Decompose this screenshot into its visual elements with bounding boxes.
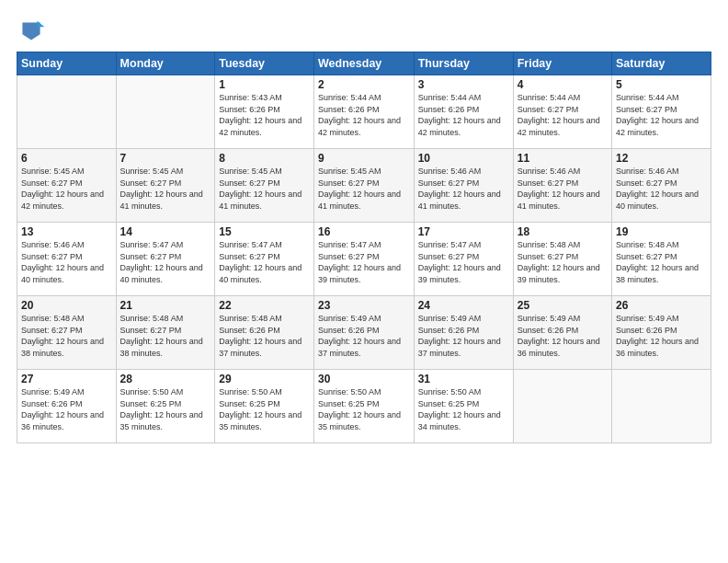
calendar-cell: 4Sunrise: 5:44 AM Sunset: 6:27 PM Daylig… — [513, 75, 611, 149]
day-number: 18 — [518, 225, 608, 238]
calendar-cell: 22Sunrise: 5:48 AM Sunset: 6:26 PM Dayli… — [215, 296, 314, 370]
calendar-cell — [116, 75, 215, 149]
day-info: Sunrise: 5:50 AM Sunset: 6:25 PM Dayligh… — [120, 386, 211, 432]
calendar-cell: 9Sunrise: 5:45 AM Sunset: 6:27 PM Daylig… — [314, 149, 415, 223]
day-info: Sunrise: 5:49 AM Sunset: 6:26 PM Dayligh… — [418, 313, 509, 359]
day-info: Sunrise: 5:45 AM Sunset: 6:27 PM Dayligh… — [219, 166, 310, 212]
calendar-cell: 30Sunrise: 5:50 AM Sunset: 6:25 PM Dayli… — [314, 370, 415, 443]
calendar-week-row: 20Sunrise: 5:48 AM Sunset: 6:27 PM Dayli… — [17, 296, 711, 370]
calendar-cell: 14Sunrise: 5:47 AM Sunset: 6:27 PM Dayli… — [116, 223, 215, 296]
day-number: 1 — [219, 78, 310, 91]
day-info: Sunrise: 5:45 AM Sunset: 6:27 PM Dayligh… — [21, 166, 112, 212]
day-number: 21 — [120, 299, 211, 312]
calendar-cell — [612, 370, 711, 443]
calendar-cell — [17, 75, 117, 149]
logo-icon — [17, 17, 46, 46]
col-header-wednesday: Wednesday — [314, 52, 415, 75]
calendar-cell — [513, 370, 611, 443]
calendar-week-row: 6Sunrise: 5:45 AM Sunset: 6:27 PM Daylig… — [17, 149, 711, 223]
day-info: Sunrise: 5:49 AM Sunset: 6:26 PM Dayligh… — [318, 313, 410, 359]
col-header-friday: Friday — [513, 52, 611, 75]
day-number: 7 — [120, 152, 211, 165]
calendar-header-row: SundayMondayTuesdayWednesdayThursdayFrid… — [17, 52, 711, 75]
day-number: 16 — [318, 225, 410, 238]
day-number: 31 — [418, 373, 509, 385]
calendar-table: SundayMondayTuesdayWednesdayThursdayFrid… — [17, 52, 711, 443]
col-header-monday: Monday — [116, 52, 215, 75]
calendar-cell: 6Sunrise: 5:45 AM Sunset: 6:27 PM Daylig… — [17, 149, 117, 223]
day-info: Sunrise: 5:50 AM Sunset: 6:25 PM Dayligh… — [418, 386, 509, 432]
col-header-tuesday: Tuesday — [215, 52, 314, 75]
calendar-cell: 20Sunrise: 5:48 AM Sunset: 6:27 PM Dayli… — [17, 296, 117, 370]
col-header-sunday: Sunday — [17, 52, 117, 75]
day-number: 12 — [616, 152, 707, 165]
day-number: 25 — [518, 299, 608, 312]
calendar-cell: 15Sunrise: 5:47 AM Sunset: 6:27 PM Dayli… — [215, 223, 314, 296]
calendar-cell: 2Sunrise: 5:44 AM Sunset: 6:26 PM Daylig… — [314, 75, 415, 149]
day-info: Sunrise: 5:49 AM Sunset: 6:26 PM Dayligh… — [616, 313, 707, 359]
day-number: 9 — [318, 152, 410, 165]
day-info: Sunrise: 5:48 AM Sunset: 6:27 PM Dayligh… — [518, 239, 608, 285]
day-number: 22 — [219, 299, 310, 312]
calendar-cell: 29Sunrise: 5:50 AM Sunset: 6:25 PM Dayli… — [215, 370, 314, 443]
day-number: 23 — [318, 299, 410, 312]
day-info: Sunrise: 5:47 AM Sunset: 6:27 PM Dayligh… — [418, 239, 509, 285]
day-info: Sunrise: 5:48 AM Sunset: 6:27 PM Dayligh… — [120, 313, 211, 359]
day-number: 28 — [120, 373, 211, 385]
day-number: 8 — [219, 152, 310, 165]
calendar-cell: 21Sunrise: 5:48 AM Sunset: 6:27 PM Dayli… — [116, 296, 215, 370]
calendar-cell: 13Sunrise: 5:46 AM Sunset: 6:27 PM Dayli… — [17, 223, 117, 296]
day-number: 2 — [318, 78, 410, 91]
calendar-cell: 19Sunrise: 5:48 AM Sunset: 6:27 PM Dayli… — [612, 223, 711, 296]
day-number: 6 — [21, 152, 112, 165]
day-number: 14 — [120, 225, 211, 238]
calendar-cell: 25Sunrise: 5:49 AM Sunset: 6:26 PM Dayli… — [513, 296, 611, 370]
calendar-cell: 3Sunrise: 5:44 AM Sunset: 6:26 PM Daylig… — [414, 75, 513, 149]
calendar-cell: 11Sunrise: 5:46 AM Sunset: 6:27 PM Dayli… — [513, 149, 611, 223]
calendar-cell: 24Sunrise: 5:49 AM Sunset: 6:26 PM Dayli… — [414, 296, 513, 370]
calendar-week-row: 1Sunrise: 5:43 AM Sunset: 6:26 PM Daylig… — [17, 75, 711, 149]
day-number: 4 — [518, 78, 608, 91]
day-number: 30 — [318, 373, 410, 385]
day-number: 26 — [616, 299, 707, 312]
calendar-cell: 18Sunrise: 5:48 AM Sunset: 6:27 PM Dayli… — [513, 223, 611, 296]
day-info: Sunrise: 5:48 AM Sunset: 6:26 PM Dayligh… — [219, 313, 310, 359]
calendar-cell: 28Sunrise: 5:50 AM Sunset: 6:25 PM Dayli… — [116, 370, 215, 443]
day-info: Sunrise: 5:43 AM Sunset: 6:26 PM Dayligh… — [219, 92, 310, 138]
day-info: Sunrise: 5:47 AM Sunset: 6:27 PM Dayligh… — [219, 239, 310, 285]
day-info: Sunrise: 5:44 AM Sunset: 6:26 PM Dayligh… — [318, 92, 410, 138]
calendar-cell: 1Sunrise: 5:43 AM Sunset: 6:26 PM Daylig… — [215, 75, 314, 149]
day-number: 29 — [219, 373, 310, 385]
calendar-cell: 23Sunrise: 5:49 AM Sunset: 6:26 PM Dayli… — [314, 296, 415, 370]
day-number: 15 — [219, 225, 310, 238]
day-number: 10 — [418, 152, 509, 165]
day-info: Sunrise: 5:50 AM Sunset: 6:25 PM Dayligh… — [219, 386, 310, 432]
day-info: Sunrise: 5:44 AM Sunset: 6:26 PM Dayligh… — [418, 92, 509, 138]
day-info: Sunrise: 5:49 AM Sunset: 6:26 PM Dayligh… — [518, 313, 608, 359]
calendar-cell: 26Sunrise: 5:49 AM Sunset: 6:26 PM Dayli… — [612, 296, 711, 370]
calendar-cell: 5Sunrise: 5:44 AM Sunset: 6:27 PM Daylig… — [612, 75, 711, 149]
col-header-thursday: Thursday — [414, 52, 513, 75]
day-info: Sunrise: 5:48 AM Sunset: 6:27 PM Dayligh… — [21, 313, 112, 359]
calendar-cell: 7Sunrise: 5:45 AM Sunset: 6:27 PM Daylig… — [116, 149, 215, 223]
day-info: Sunrise: 5:46 AM Sunset: 6:27 PM Dayligh… — [21, 239, 112, 285]
calendar-cell: 31Sunrise: 5:50 AM Sunset: 6:25 PM Dayli… — [414, 370, 513, 443]
day-number: 20 — [21, 299, 112, 312]
header — [17, 17, 711, 46]
calendar-cell: 27Sunrise: 5:49 AM Sunset: 6:26 PM Dayli… — [17, 370, 117, 443]
day-info: Sunrise: 5:45 AM Sunset: 6:27 PM Dayligh… — [318, 166, 410, 212]
col-header-saturday: Saturday — [612, 52, 711, 75]
calendar-week-row: 27Sunrise: 5:49 AM Sunset: 6:26 PM Dayli… — [17, 370, 711, 443]
page: SundayMondayTuesdayWednesdayThursdayFrid… — [0, 0, 728, 563]
day-info: Sunrise: 5:47 AM Sunset: 6:27 PM Dayligh… — [120, 239, 211, 285]
day-info: Sunrise: 5:46 AM Sunset: 6:27 PM Dayligh… — [518, 166, 608, 212]
day-info: Sunrise: 5:48 AM Sunset: 6:27 PM Dayligh… — [616, 239, 707, 285]
day-number: 13 — [21, 225, 112, 238]
day-number: 3 — [418, 78, 509, 91]
calendar-cell: 8Sunrise: 5:45 AM Sunset: 6:27 PM Daylig… — [215, 149, 314, 223]
day-info: Sunrise: 5:46 AM Sunset: 6:27 PM Dayligh… — [616, 166, 707, 212]
day-info: Sunrise: 5:49 AM Sunset: 6:26 PM Dayligh… — [21, 386, 112, 432]
day-info: Sunrise: 5:47 AM Sunset: 6:27 PM Dayligh… — [318, 239, 410, 285]
day-number: 17 — [418, 225, 509, 238]
day-info: Sunrise: 5:44 AM Sunset: 6:27 PM Dayligh… — [518, 92, 608, 138]
